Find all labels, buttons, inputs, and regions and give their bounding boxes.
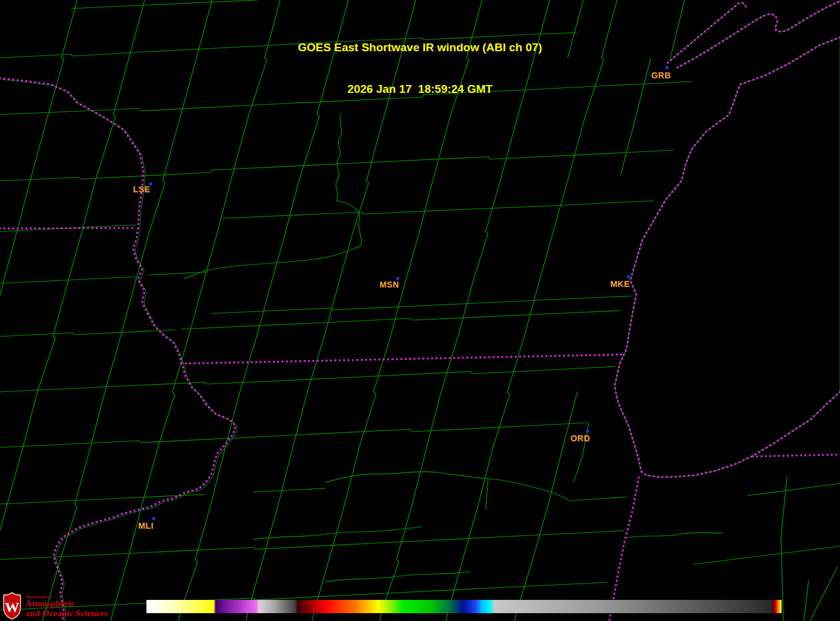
svg-text:W: W xyxy=(5,599,19,615)
goes-satellite-viewer: GOES East Shortwave IR window (ABI ch 07… xyxy=(0,0,840,621)
station-dot-mli xyxy=(152,517,155,520)
image-title: GOES East Shortwave IR window (ABI ch 07… xyxy=(0,13,840,124)
uw-aos-logo: W Department of Atmospheric and Oceanic … xyxy=(2,592,108,620)
logo-text: Department of Atmospheric and Oceanic Sc… xyxy=(25,592,108,619)
station-dot-grb xyxy=(666,66,669,69)
logo-line-2: and Oceanic Sciences xyxy=(25,609,108,619)
station-dot-mke xyxy=(627,276,630,279)
color-scale-bar xyxy=(146,600,782,613)
station-dot-ord xyxy=(586,430,589,433)
uw-crest-icon: W xyxy=(2,592,22,620)
station-label-ord: ORD xyxy=(571,433,591,443)
mississippi-river-border xyxy=(0,78,236,620)
station-label-msn: MSN xyxy=(380,280,400,289)
logo-line-1: Atmospheric xyxy=(25,599,108,609)
station-label-grb: GRB xyxy=(651,71,671,80)
in-mi-border xyxy=(753,455,840,456)
station-label-lse: LSE xyxy=(133,184,151,194)
title-line-1: GOES East Shortwave IR window (ABI ch 07… xyxy=(0,40,840,54)
wi-il-border xyxy=(181,355,622,364)
title-line-2: 2026 Jan 17 18:59:24 GMT xyxy=(0,82,840,96)
county-lines-southeast xyxy=(627,476,840,621)
station-label-mke: MKE xyxy=(610,279,630,289)
station-label-mli: MLI xyxy=(138,521,154,531)
